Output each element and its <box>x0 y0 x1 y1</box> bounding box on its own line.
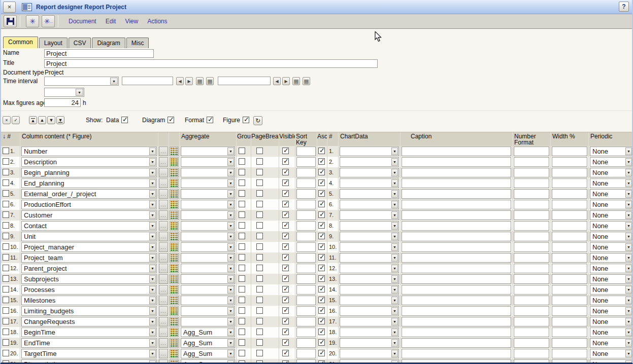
deselect-all-button[interactable]: × <box>3 116 11 124</box>
sortkey-input[interactable] <box>296 157 316 167</box>
chevron-down-icon[interactable]: ▼ <box>391 222 398 230</box>
chevron-down-icon[interactable]: ▼ <box>227 211 234 219</box>
widthpct-input[interactable] <box>552 210 587 220</box>
visible-checkbox[interactable] <box>282 360 289 362</box>
asc-checkbox[interactable] <box>318 201 325 207</box>
chartdata-select[interactable]: ▼ <box>340 232 399 241</box>
chevron-down-icon[interactable]: ▼ <box>149 339 156 347</box>
numberformat-input[interactable] <box>514 285 549 295</box>
close-icon[interactable]: × <box>3 2 16 13</box>
chevron-down-icon[interactable]: ▼ <box>625 329 632 336</box>
pagebreak-checkbox[interactable] <box>256 286 263 293</box>
asc-checkbox[interactable] <box>318 169 325 175</box>
caption-input[interactable] <box>402 338 511 348</box>
aggregate-select[interactable]: Agg_Sum▼ <box>181 349 235 358</box>
periodic-select[interactable]: None▼ <box>590 221 633 231</box>
sortkey-input[interactable] <box>296 178 316 188</box>
chevron-down-icon[interactable]: ▼ <box>149 211 156 219</box>
sortkey-input[interactable] <box>296 306 316 316</box>
widthpct-input[interactable] <box>552 359 587 362</box>
periodic-select[interactable]: None▼ <box>590 242 633 252</box>
asc-checkbox[interactable] <box>318 190 325 197</box>
aggregate-select[interactable]: ▼ <box>181 168 235 177</box>
widthpct-input[interactable] <box>552 338 587 348</box>
caption-input[interactable] <box>402 285 511 295</box>
chevron-down-icon[interactable]: ▼ <box>625 275 632 283</box>
visible-checkbox[interactable] <box>282 275 289 282</box>
sortkey-input[interactable] <box>296 327 316 337</box>
widthpct-input[interactable] <box>552 317 587 326</box>
chevron-down-icon[interactable]: ▼ <box>391 179 398 187</box>
visible-checkbox[interactable] <box>282 158 289 165</box>
group-checkbox[interactable] <box>239 339 245 346</box>
column-content-select[interactable]: Unit▼ <box>21 232 157 241</box>
asc-checkbox[interactable] <box>318 243 325 250</box>
row-select-checkbox[interactable] <box>3 179 9 186</box>
chevron-down-icon[interactable]: ▼ <box>227 190 234 198</box>
chevron-down-icon[interactable]: ▼ <box>149 179 156 187</box>
caption-input[interactable] <box>402 178 511 188</box>
chevron-down-icon[interactable]: ▼ <box>227 169 234 176</box>
color-grid-button[interactable] <box>170 274 179 284</box>
header-column-content[interactable]: Column content (* Figure) <box>20 132 158 146</box>
column-content-select[interactable]: Description▼ <box>21 157 157 167</box>
chevron-down-icon[interactable]: ▼ <box>227 307 234 315</box>
chevron-down-icon[interactable]: ▼ <box>149 360 156 362</box>
edit-figure-button[interactable]: ... <box>159 296 168 305</box>
column-content-select[interactable]: Project_team▼ <box>21 253 157 263</box>
sortkey-input[interactable] <box>296 285 316 295</box>
chartdata-select[interactable]: ▼ <box>340 147 399 156</box>
row-select-checkbox[interactable] <box>3 350 9 356</box>
chevron-down-icon[interactable]: ▼ <box>391 158 398 166</box>
periodic-select[interactable]: None▼ <box>590 157 633 167</box>
chevron-down-icon[interactable]: ▼ <box>227 297 234 304</box>
asc-checkbox[interactable] <box>318 286 325 293</box>
chartdata-select[interactable]: ▼ <box>340 157 399 167</box>
header-sortkey[interactable]: Sort Key <box>295 132 317 146</box>
color-grid-button[interactable] <box>170 338 179 348</box>
column-content-select[interactable]: Number▼ <box>21 147 157 156</box>
chevron-down-icon[interactable]: ▼ <box>149 243 156 251</box>
group-checkbox[interactable] <box>239 179 245 186</box>
edit-figure-button[interactable]: ... <box>159 349 168 358</box>
asc-checkbox[interactable] <box>318 307 325 314</box>
asc-checkbox[interactable] <box>318 222 325 229</box>
chevron-down-icon[interactable]: ▼ <box>625 307 632 315</box>
caption-input[interactable] <box>402 189 511 199</box>
asc-checkbox[interactable] <box>318 329 325 335</box>
numberformat-input[interactable] <box>514 338 549 348</box>
chevron-down-icon[interactable]: ▼ <box>625 148 632 155</box>
refresh-button[interactable]: ↻ <box>253 116 262 125</box>
edit-figure-button[interactable]: ... <box>159 253 168 263</box>
widthpct-input[interactable] <box>552 327 587 337</box>
pagebreak-checkbox[interactable] <box>256 190 263 197</box>
chartdata-select[interactable]: ▼ <box>340 189 399 199</box>
chartdata-select[interactable]: ▼ <box>340 296 399 305</box>
row-select-checkbox[interactable] <box>3 201 9 207</box>
column-content-select[interactable]: Contact▼ <box>21 221 157 231</box>
pagebreak-checkbox[interactable] <box>256 318 263 324</box>
pagebreak-checkbox[interactable] <box>256 233 263 239</box>
periodic-select[interactable]: None▼ <box>590 200 633 209</box>
widthpct-input[interactable] <box>552 274 587 284</box>
pagebreak-checkbox[interactable] <box>256 329 263 335</box>
color-grid-button[interactable] <box>170 359 179 362</box>
aggregate-select[interactable]: ▼ <box>181 232 235 241</box>
edit-figure-button[interactable]: ... <box>159 168 168 177</box>
chevron-down-icon[interactable]: ▼ <box>149 222 156 230</box>
tab-csv[interactable]: CSV <box>69 38 91 48</box>
aggregate-select[interactable]: ▼ <box>181 210 235 220</box>
header-numberformat[interactable]: Number Format <box>513 132 551 146</box>
edit-figure-button[interactable]: ... <box>159 359 168 362</box>
caption-input[interactable] <box>402 264 511 273</box>
next-icon[interactable]: ▶ <box>282 77 290 85</box>
column-content-select[interactable]: Begin_planning▼ <box>21 168 157 177</box>
chevron-down-icon[interactable]: ▼ <box>149 297 156 304</box>
edit-figure-button[interactable]: ... <box>159 327 168 337</box>
periodic-select[interactable]: None▼ <box>590 178 633 188</box>
visible-checkbox[interactable] <box>282 350 289 356</box>
asc-checkbox[interactable] <box>318 297 325 303</box>
caption-input[interactable] <box>402 317 511 326</box>
chevron-down-icon[interactable]: ▼ <box>625 350 632 357</box>
color-grid-button[interactable] <box>170 210 179 220</box>
